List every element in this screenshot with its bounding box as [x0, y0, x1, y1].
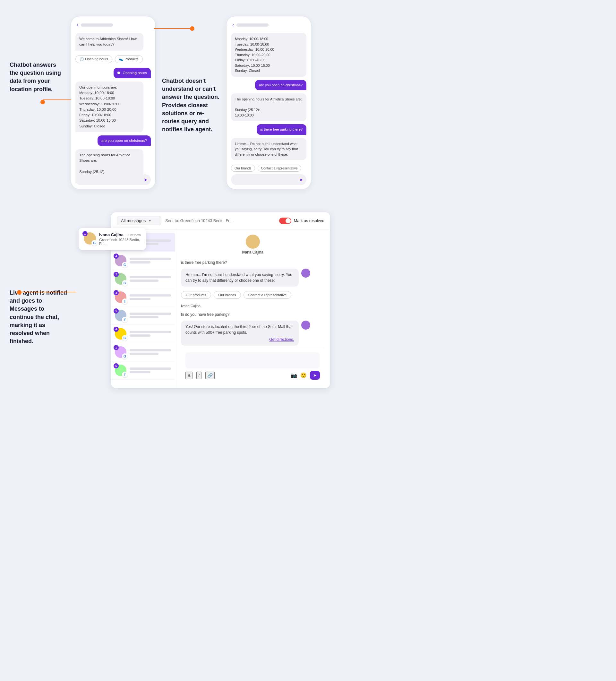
bot-welcome-msg: Welcome to Athlethica Shoes! How can I h… [75, 33, 144, 51]
sent-to-label: Sent to: Greenfinch 10243 Berlin, Fri... [165, 219, 234, 223]
send-icon-2[interactable]: ➤ [299, 177, 303, 182]
user-msg-parking-main: is there free parking there? [181, 260, 324, 266]
sidebar-item-7[interactable]: 1 G [111, 343, 175, 361]
sidebar-line [130, 349, 171, 351]
quick-replies-1[interactable]: 🕐 Opening hours 👟 Products [75, 55, 151, 63]
opening-hours-btn[interactable]: 🕐 Opening hours [75, 55, 112, 63]
image-icon[interactable]: 📷 [291, 372, 297, 378]
sidebar-item-5[interactable]: 1 f [111, 306, 175, 325]
our-products-qr[interactable]: Our products [181, 291, 211, 299]
badge-3: 2 [113, 272, 119, 277]
user-msg-christmas: are you open on christmas? [98, 135, 151, 146]
sidebar-line [130, 294, 171, 297]
google-icon-7: G [122, 353, 128, 359]
back-arrow-icon[interactable]: ‹ [77, 22, 78, 28]
qr-buttons-main[interactable]: Our products Our brands Contact a repres… [181, 291, 324, 299]
sidebar-text-6 [130, 331, 171, 337]
emoji-icon[interactable]: 🙂 [300, 372, 307, 378]
bot-parking-msg: Hmmm... I'm not sure I understand what y… [231, 138, 306, 160]
fb-icon-4: f [122, 299, 128, 304]
quick-replies-2[interactable]: Our brands Contact a representative [231, 165, 306, 172]
sidebar-line [130, 261, 151, 263]
user-msg-opening-hours: Opening hours [113, 68, 151, 78]
badge-4: 3 [113, 290, 119, 295]
sidebar-avatar-6: 4 G [115, 328, 126, 339]
phone-input-bar-2: ➤ [231, 174, 306, 185]
chat-panel-content: 1 G 4 G [111, 229, 330, 388]
phone-title-placeholder-2 [236, 23, 268, 27]
sidebar-line [130, 276, 171, 278]
sidebar-item-2[interactable]: 4 G [111, 252, 175, 270]
chat-input-area: B I 🔗 📷 🙂 ➤ [181, 349, 324, 383]
sidebar-item-4[interactable]: 3 f [111, 288, 175, 306]
user-name-label: Ivana Cajina [242, 250, 263, 254]
link-btn[interactable]: 🔗 [205, 372, 215, 379]
sidebar-avatar-5: 1 f [115, 310, 126, 321]
sidebar-text-5 [130, 312, 171, 318]
messages-sidebar: 1 G 4 G [111, 229, 175, 388]
notification-card[interactable]: 1 G Ivana Cajina Just now Greenfinch 102… [79, 228, 146, 250]
sidebar-text-7 [130, 349, 171, 355]
bold-btn[interactable]: B [185, 372, 192, 379]
sidebar-item-8[interactable]: 5 f [111, 361, 175, 380]
products-btn[interactable]: 👟 Products [115, 55, 143, 63]
contact-rep-btn[interactable]: Contact a representative [258, 165, 301, 172]
phone-mock-1: ‹ Welcome to Athlethica Shoes! How can I… [71, 16, 156, 190]
sidebar-line [130, 353, 158, 355]
chat-input-box[interactable] [185, 352, 320, 369]
get-directions-link[interactable]: Get directions. [185, 337, 294, 343]
badge-8: 5 [113, 363, 119, 369]
sidebar-avatar-4: 3 f [115, 292, 126, 303]
fb-icon-8: f [122, 372, 128, 377]
chat-messages-main: is there free parking there? Hmmm... I'm… [181, 260, 324, 346]
notif-badge: 1 [82, 231, 87, 236]
chat-panel-header: All messages ▼ Sent to: Greenfinch 10243… [111, 212, 330, 229]
mark-resolved-label: Mark as resolved [294, 219, 324, 223]
sidebar-line [130, 298, 151, 300]
bot-hours-msg: Our opening hours are: Monday: 10:00-18:… [75, 81, 144, 132]
sidebar-item-6[interactable]: 4 G [111, 325, 175, 343]
phone-title-placeholder [81, 23, 113, 27]
all-messages-dropdown[interactable]: All messages ▼ [117, 216, 161, 225]
bot-avatar-1 [301, 269, 310, 278]
chevron-down-icon: ▼ [148, 219, 151, 222]
sidebar-line [130, 368, 171, 370]
sidebar-line [130, 334, 151, 337]
user-msg-christmas-p2: are you open on christmas? [255, 80, 306, 91]
our-brands-qr[interactable]: Our brands [214, 291, 241, 299]
sidebar-avatar-8: 5 f [115, 364, 126, 376]
send-icon-1[interactable]: ➤ [144, 177, 148, 182]
fb-icon-5: f [122, 317, 128, 323]
google-icon-notif: G [92, 240, 97, 246]
top-section: Chatbot answers the question using data … [0, 0, 340, 202]
sidebar-line [130, 316, 158, 318]
bot-avatar-2 [301, 321, 310, 330]
chat-main-area: Ivana Cajina is there free parking there… [175, 229, 330, 388]
badge-7: 1 [113, 345, 119, 350]
live-chat-container: 1 G Ivana Cajina Just now Greenfinch 102… [79, 212, 330, 388]
toolbar-right: 📷 🙂 ➤ [291, 371, 320, 380]
contact-rep-qr[interactable]: Contact a representative [243, 291, 292, 299]
our-brands-btn[interactable]: Our brands [231, 165, 255, 172]
mark-resolved-toggle[interactable] [279, 218, 291, 224]
bottom-section: Live agent is notified and goes to Messa… [0, 202, 340, 401]
notif-time: Just now [127, 233, 141, 237]
sidebar-text-3 [130, 276, 171, 282]
sidebar-item-3[interactable]: 2 G [111, 270, 175, 288]
phone-top-bar-2: ‹ [231, 22, 306, 28]
author-label-main: Ivana Cajina [181, 304, 324, 308]
bot-schedule-msg: Monday: 10:00-18:00 Tuesday: 10:00-18:00… [231, 33, 306, 77]
send-btn-main[interactable]: ➤ [310, 371, 320, 380]
italic-btn[interactable]: I [196, 372, 202, 379]
chat-toolbar: B I 🔗 📷 🙂 ➤ [185, 371, 320, 380]
phone-top-bar-1: ‹ [75, 22, 151, 28]
sidebar-text-8 [130, 368, 171, 373]
badge-6: 4 [113, 327, 119, 332]
user-avatar-large [246, 234, 260, 249]
badge-2: 4 [113, 254, 119, 259]
notif-sub: Greenfinch 10243 Berlin, Fri... [99, 238, 141, 246]
back-arrow-icon-2[interactable]: ‹ [232, 22, 234, 28]
notif-avatar: 1 G [84, 232, 96, 245]
sidebar-line [130, 279, 158, 282]
user-msg-parking-2: hi do you have free parking? [181, 311, 324, 318]
